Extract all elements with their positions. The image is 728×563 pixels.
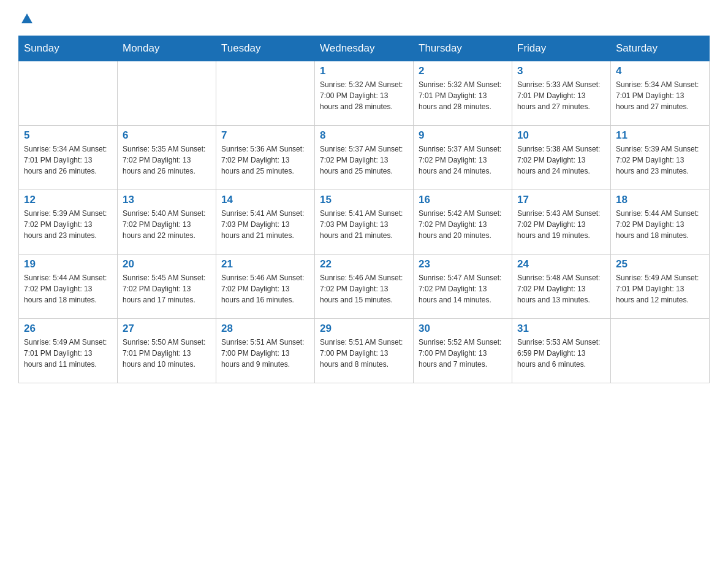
calendar-cell: 13Sunrise: 5:40 AM Sunset: 7:02 PM Dayli… <box>118 190 216 255</box>
day-number: 23 <box>419 258 507 270</box>
calendar-cell: 16Sunrise: 5:42 AM Sunset: 7:02 PM Dayli… <box>414 190 512 255</box>
calendar-header-tuesday: Tuesday <box>216 36 315 61</box>
day-info: Sunrise: 5:37 AM Sunset: 7:02 PM Dayligh… <box>419 144 507 177</box>
day-number: 17 <box>517 194 605 206</box>
calendar-cell: 14Sunrise: 5:41 AM Sunset: 7:03 PM Dayli… <box>216 190 315 255</box>
calendar-cell <box>19 61 118 126</box>
day-info: Sunrise: 5:46 AM Sunset: 7:02 PM Dayligh… <box>221 272 309 305</box>
day-info: Sunrise: 5:51 AM Sunset: 7:00 PM Dayligh… <box>221 337 309 370</box>
day-number: 8 <box>320 129 408 142</box>
day-info: Sunrise: 5:37 AM Sunset: 7:02 PM Dayligh… <box>320 144 408 177</box>
calendar-cell: 22Sunrise: 5:46 AM Sunset: 7:02 PM Dayli… <box>315 255 414 319</box>
day-number: 6 <box>123 129 211 142</box>
day-info: Sunrise: 5:44 AM Sunset: 7:02 PM Dayligh… <box>24 272 112 305</box>
calendar-cell: 8Sunrise: 5:37 AM Sunset: 7:02 PM Daylig… <box>315 126 414 190</box>
day-number: 5 <box>24 129 112 142</box>
calendar-cell: 15Sunrise: 5:41 AM Sunset: 7:03 PM Dayli… <box>315 190 414 255</box>
day-info: Sunrise: 5:47 AM Sunset: 7:02 PM Dayligh… <box>419 272 507 305</box>
calendar-cell: 9Sunrise: 5:37 AM Sunset: 7:02 PM Daylig… <box>414 126 512 190</box>
calendar-cell: 1Sunrise: 5:32 AM Sunset: 7:00 PM Daylig… <box>315 61 414 126</box>
calendar-cell: 2Sunrise: 5:32 AM Sunset: 7:01 PM Daylig… <box>414 61 512 126</box>
day-info: Sunrise: 5:32 AM Sunset: 7:00 PM Dayligh… <box>320 79 408 112</box>
calendar-cell: 29Sunrise: 5:51 AM Sunset: 7:00 PM Dayli… <box>315 319 414 383</box>
logo-triangle-icon <box>20 12 34 26</box>
day-info: Sunrise: 5:52 AM Sunset: 7:00 PM Dayligh… <box>419 337 507 370</box>
calendar-cell: 27Sunrise: 5:50 AM Sunset: 7:01 PM Dayli… <box>118 319 216 383</box>
day-info: Sunrise: 5:50 AM Sunset: 7:01 PM Dayligh… <box>123 337 211 370</box>
day-number: 15 <box>320 194 408 206</box>
calendar-cell: 20Sunrise: 5:45 AM Sunset: 7:02 PM Dayli… <box>118 255 216 319</box>
calendar-cell: 24Sunrise: 5:48 AM Sunset: 7:02 PM Dayli… <box>512 255 611 319</box>
day-number: 19 <box>24 258 112 270</box>
calendar-header-saturday: Saturday <box>611 36 710 61</box>
calendar-cell: 6Sunrise: 5:35 AM Sunset: 7:02 PM Daylig… <box>118 126 216 190</box>
calendar-cell: 10Sunrise: 5:38 AM Sunset: 7:02 PM Dayli… <box>512 126 611 190</box>
day-info: Sunrise: 5:44 AM Sunset: 7:02 PM Dayligh… <box>616 208 704 241</box>
day-number: 22 <box>320 258 408 270</box>
day-number: 30 <box>419 323 507 335</box>
day-info: Sunrise: 5:48 AM Sunset: 7:02 PM Dayligh… <box>517 272 605 305</box>
calendar-cell: 30Sunrise: 5:52 AM Sunset: 7:00 PM Dayli… <box>414 319 512 383</box>
day-number: 18 <box>616 194 704 206</box>
week-row-1: 1Sunrise: 5:32 AM Sunset: 7:00 PM Daylig… <box>19 61 710 126</box>
day-info: Sunrise: 5:46 AM Sunset: 7:02 PM Dayligh… <box>320 272 408 305</box>
day-info: Sunrise: 5:33 AM Sunset: 7:01 PM Dayligh… <box>517 79 605 112</box>
calendar-header-wednesday: Wednesday <box>315 36 414 61</box>
day-info: Sunrise: 5:38 AM Sunset: 7:02 PM Dayligh… <box>517 144 605 177</box>
calendar-cell: 7Sunrise: 5:36 AM Sunset: 7:02 PM Daylig… <box>216 126 315 190</box>
week-row-3: 12Sunrise: 5:39 AM Sunset: 7:02 PM Dayli… <box>19 190 710 255</box>
day-info: Sunrise: 5:34 AM Sunset: 7:01 PM Dayligh… <box>616 79 704 112</box>
svg-marker-0 <box>21 13 32 23</box>
calendar-header-monday: Monday <box>118 36 216 61</box>
calendar-cell: 11Sunrise: 5:39 AM Sunset: 7:02 PM Dayli… <box>611 126 710 190</box>
page-header <box>18 12 710 23</box>
logo <box>18 12 34 23</box>
day-number: 25 <box>616 258 704 270</box>
calendar-cell <box>216 61 315 126</box>
day-info: Sunrise: 5:51 AM Sunset: 7:00 PM Dayligh… <box>320 337 408 370</box>
calendar-cell: 21Sunrise: 5:46 AM Sunset: 7:02 PM Dayli… <box>216 255 315 319</box>
day-number: 12 <box>24 194 112 206</box>
day-info: Sunrise: 5:49 AM Sunset: 7:01 PM Dayligh… <box>616 272 704 305</box>
day-info: Sunrise: 5:41 AM Sunset: 7:03 PM Dayligh… <box>221 208 309 241</box>
day-number: 31 <box>517 323 605 335</box>
day-number: 29 <box>320 323 408 335</box>
day-number: 9 <box>419 129 507 142</box>
day-number: 10 <box>517 129 605 142</box>
day-info: Sunrise: 5:45 AM Sunset: 7:02 PM Dayligh… <box>123 272 211 305</box>
day-number: 3 <box>517 65 605 77</box>
day-info: Sunrise: 5:34 AM Sunset: 7:01 PM Dayligh… <box>24 144 112 177</box>
day-info: Sunrise: 5:39 AM Sunset: 7:02 PM Dayligh… <box>616 144 704 177</box>
day-number: 13 <box>123 194 211 206</box>
calendar-cell <box>611 319 710 383</box>
calendar-cell: 5Sunrise: 5:34 AM Sunset: 7:01 PM Daylig… <box>19 126 118 190</box>
calendar-header-row: SundayMondayTuesdayWednesdayThursdayFrid… <box>19 36 710 61</box>
calendar-cell: 19Sunrise: 5:44 AM Sunset: 7:02 PM Dayli… <box>19 255 118 319</box>
calendar-cell: 26Sunrise: 5:49 AM Sunset: 7:01 PM Dayli… <box>19 319 118 383</box>
day-info: Sunrise: 5:32 AM Sunset: 7:01 PM Dayligh… <box>419 79 507 112</box>
calendar-header-thursday: Thursday <box>414 36 512 61</box>
calendar-cell: 18Sunrise: 5:44 AM Sunset: 7:02 PM Dayli… <box>611 190 710 255</box>
day-number: 20 <box>123 258 211 270</box>
day-number: 16 <box>419 194 507 206</box>
day-info: Sunrise: 5:49 AM Sunset: 7:01 PM Dayligh… <box>24 337 112 370</box>
calendar-cell: 4Sunrise: 5:34 AM Sunset: 7:01 PM Daylig… <box>611 61 710 126</box>
calendar-cell <box>118 61 216 126</box>
calendar-cell: 23Sunrise: 5:47 AM Sunset: 7:02 PM Dayli… <box>414 255 512 319</box>
day-number: 7 <box>221 129 309 142</box>
day-number: 26 <box>24 323 112 335</box>
day-info: Sunrise: 5:39 AM Sunset: 7:02 PM Dayligh… <box>24 208 112 241</box>
day-info: Sunrise: 5:40 AM Sunset: 7:02 PM Dayligh… <box>123 208 211 241</box>
week-row-5: 26Sunrise: 5:49 AM Sunset: 7:01 PM Dayli… <box>19 319 710 383</box>
day-number: 27 <box>123 323 211 335</box>
week-row-4: 19Sunrise: 5:44 AM Sunset: 7:02 PM Dayli… <box>19 255 710 319</box>
day-info: Sunrise: 5:53 AM Sunset: 6:59 PM Dayligh… <box>517 337 605 370</box>
day-number: 1 <box>320 65 408 77</box>
day-number: 28 <box>221 323 309 335</box>
day-number: 2 <box>419 65 507 77</box>
day-number: 11 <box>616 129 704 142</box>
calendar-table: SundayMondayTuesdayWednesdayThursdayFrid… <box>18 36 710 383</box>
day-info: Sunrise: 5:42 AM Sunset: 7:02 PM Dayligh… <box>419 208 507 241</box>
day-info: Sunrise: 5:41 AM Sunset: 7:03 PM Dayligh… <box>320 208 408 241</box>
calendar-cell: 12Sunrise: 5:39 AM Sunset: 7:02 PM Dayli… <box>19 190 118 255</box>
